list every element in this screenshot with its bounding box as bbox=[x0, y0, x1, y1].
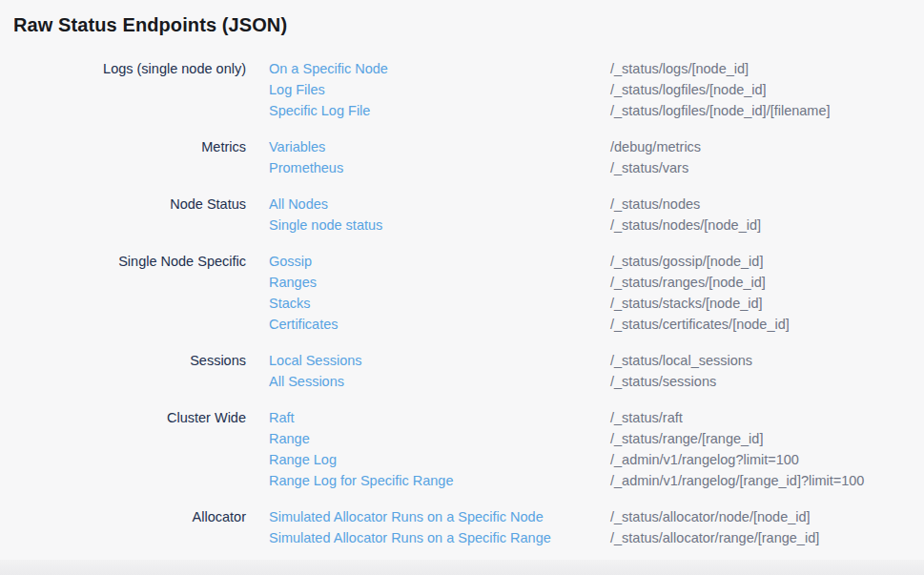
endpoint-path: /_status/logs/[node_id] bbox=[610, 58, 749, 79]
endpoints-page: Raw Status Endpoints (JSON) Logs (single… bbox=[0, 0, 924, 548]
group-label: Node Status bbox=[13, 194, 246, 215]
endpoint-row: Range Log for Specific Range /_admin/v1/… bbox=[269, 470, 864, 491]
endpoint-path: /_status/ranges/[node_id] bbox=[610, 272, 766, 293]
endpoint-link[interactable]: Ranges bbox=[269, 272, 610, 293]
group-entries: Gossip /_status/gossip/[node_id] Ranges … bbox=[269, 251, 790, 335]
group-label: Single Node Specific bbox=[13, 251, 246, 272]
endpoint-row: Simulated Allocator Runs on a Specific N… bbox=[269, 506, 819, 527]
endpoint-path: /_status/certificates/[node_id] bbox=[610, 314, 790, 335]
endpoint-row: Range /_status/range/[range_id] bbox=[269, 428, 864, 449]
endpoint-row: Gossip /_status/gossip/[node_id] bbox=[269, 251, 790, 272]
group-entries: On a Specific Node /_status/logs/[node_i… bbox=[269, 58, 831, 121]
endpoint-group: Cluster Wide Raft /_status/raft Range /_… bbox=[0, 407, 924, 491]
endpoint-group: Single Node Specific Gossip /_status/gos… bbox=[0, 251, 924, 335]
endpoint-path: /_status/nodes/[node_id] bbox=[610, 215, 761, 236]
endpoint-path: /_status/local_sessions bbox=[610, 350, 752, 371]
endpoint-path: /_status/stacks/[node_id] bbox=[610, 293, 763, 314]
endpoint-path: /_status/sessions bbox=[610, 371, 716, 392]
endpoint-path: /_status/logfiles/[node_id] bbox=[610, 79, 767, 100]
group-label: Sessions bbox=[13, 350, 246, 371]
endpoint-link[interactable]: Range bbox=[269, 428, 610, 449]
endpoint-row: All Sessions /_status/sessions bbox=[269, 371, 752, 392]
endpoint-path: /_status/raft bbox=[610, 407, 683, 428]
endpoint-path: /_status/allocator/range/[range_id] bbox=[610, 527, 819, 548]
endpoint-path: /_status/allocator/node/[node_id] bbox=[610, 506, 811, 527]
endpoint-path: /_status/vars bbox=[610, 157, 688, 178]
endpoint-link[interactable]: All Sessions bbox=[269, 371, 610, 392]
group-entries: Raft /_status/raft Range /_status/range/… bbox=[269, 407, 864, 491]
endpoint-row: Range Log /_admin/v1/rangelog?limit=100 bbox=[269, 449, 864, 470]
endpoint-row: Ranges /_status/ranges/[node_id] bbox=[269, 272, 790, 293]
endpoint-link[interactable]: Single node status bbox=[269, 215, 610, 236]
endpoint-path: /_status/gossip/[node_id] bbox=[610, 251, 763, 272]
endpoint-link[interactable]: Gossip bbox=[269, 251, 610, 272]
endpoint-group: Node Status All Nodes /_status/nodes Sin… bbox=[0, 194, 924, 236]
bottom-edge-strip bbox=[0, 560, 924, 575]
endpoint-link[interactable]: On a Specific Node bbox=[269, 58, 610, 79]
group-label: Allocator bbox=[13, 506, 246, 527]
endpoint-row: On a Specific Node /_status/logs/[node_i… bbox=[269, 58, 831, 79]
endpoint-link[interactable]: Certificates bbox=[269, 314, 610, 335]
group-label: Cluster Wide bbox=[13, 407, 246, 428]
endpoint-group: Sessions Local Sessions /_status/local_s… bbox=[0, 350, 924, 392]
endpoint-row: Prometheus /_status/vars bbox=[269, 157, 701, 178]
endpoint-path: /debug/metrics bbox=[610, 136, 701, 157]
endpoint-path: /_status/nodes bbox=[610, 194, 700, 215]
endpoint-link[interactable]: Stacks bbox=[269, 293, 610, 314]
endpoint-row: Raft /_status/raft bbox=[269, 407, 864, 428]
endpoint-link[interactable]: Raft bbox=[269, 407, 610, 428]
group-entries: Variables /debug/metrics Prometheus /_st… bbox=[269, 136, 701, 178]
group-label: Logs (single node only) bbox=[13, 58, 246, 79]
endpoint-link[interactable]: Range Log bbox=[269, 449, 610, 470]
endpoint-row: Simulated Allocator Runs on a Specific R… bbox=[269, 527, 819, 548]
endpoint-path: /_status/logfiles/[node_id]/[filename] bbox=[610, 100, 831, 121]
endpoint-link[interactable]: All Nodes bbox=[269, 194, 610, 215]
endpoint-group: Logs (single node only) On a Specific No… bbox=[0, 58, 924, 121]
endpoint-groups: Logs (single node only) On a Specific No… bbox=[0, 58, 924, 548]
endpoint-link[interactable]: Range Log for Specific Range bbox=[269, 470, 610, 491]
endpoint-row: Variables /debug/metrics bbox=[269, 136, 701, 157]
endpoint-row: Stacks /_status/stacks/[node_id] bbox=[269, 293, 790, 314]
endpoint-link[interactable]: Specific Log File bbox=[269, 100, 610, 121]
group-entries: All Nodes /_status/nodes Single node sta… bbox=[269, 194, 761, 236]
endpoint-path: /_status/range/[range_id] bbox=[610, 428, 763, 449]
endpoint-link[interactable]: Prometheus bbox=[269, 157, 610, 178]
endpoint-path: /_admin/v1/rangelog/[range_id]?limit=100 bbox=[610, 470, 864, 491]
endpoint-link[interactable]: Log Files bbox=[269, 79, 610, 100]
page-title: Raw Status Endpoints (JSON) bbox=[0, 0, 924, 36]
endpoint-row: Single node status /_status/nodes/[node_… bbox=[269, 215, 761, 236]
endpoint-link[interactable]: Simulated Allocator Runs on a Specific N… bbox=[269, 506, 610, 527]
endpoint-link[interactable]: Simulated Allocator Runs on a Specific R… bbox=[269, 527, 610, 548]
group-entries: Simulated Allocator Runs on a Specific N… bbox=[269, 506, 819, 548]
group-entries: Local Sessions /_status/local_sessions A… bbox=[269, 350, 752, 392]
endpoint-link[interactable]: Local Sessions bbox=[269, 350, 610, 371]
group-label: Metrics bbox=[13, 136, 246, 157]
endpoint-path: /_admin/v1/rangelog?limit=100 bbox=[610, 449, 799, 470]
endpoint-row: All Nodes /_status/nodes bbox=[269, 194, 761, 215]
endpoint-row: Specific Log File /_status/logfiles/[nod… bbox=[269, 100, 831, 121]
endpoint-row: Local Sessions /_status/local_sessions bbox=[269, 350, 752, 371]
endpoint-link[interactable]: Variables bbox=[269, 136, 610, 157]
endpoint-group: Allocator Simulated Allocator Runs on a … bbox=[0, 506, 924, 548]
endpoint-group: Metrics Variables /debug/metrics Prometh… bbox=[0, 136, 924, 178]
endpoint-row: Certificates /_status/certificates/[node… bbox=[269, 314, 790, 335]
endpoint-row: Log Files /_status/logfiles/[node_id] bbox=[269, 79, 831, 100]
